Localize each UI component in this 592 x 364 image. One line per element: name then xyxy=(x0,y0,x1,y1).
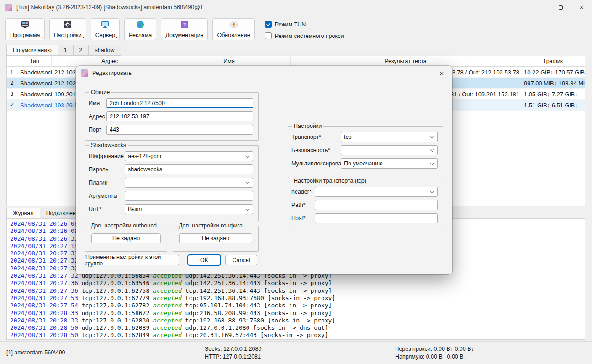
log-line: 2024/08/31 20:28:50 tcp:127.0.0.1:62849 … xyxy=(10,332,581,339)
config-extra-title: Доп. настройки конфига xyxy=(177,222,244,229)
group-tab-default[interactable]: По умолчанию xyxy=(6,45,58,56)
port-label: Порт xyxy=(89,127,106,133)
header-combo[interactable] xyxy=(315,187,438,197)
transport-settings-groupbox: Настройки транспорта (tcp) header* Path*… xyxy=(288,181,443,228)
transport-settings-groupbox-title: Настройки транспорта (tcp) xyxy=(292,178,368,185)
group-tab-2[interactable]: 2 xyxy=(74,45,89,56)
program-icon xyxy=(21,21,29,31)
chevron-down-icon xyxy=(430,148,434,152)
window-titlebar[interactable]: [Tun] NekoRay (3.26-2023-12-09) [Shadows… xyxy=(0,0,592,15)
log-line: 2024/08/31 20:27:54 tcp:127.0.0.1:62782 … xyxy=(10,302,581,309)
outbound-extra-button[interactable]: Не задано xyxy=(91,233,161,243)
name-label: Имя xyxy=(89,100,106,106)
traffic-stats: Через прокси: 0.00 B↑ 0.00 B↓ Напрямую: … xyxy=(395,345,474,360)
server-icon xyxy=(101,21,109,31)
header-corner xyxy=(7,56,17,67)
toolbar-button-ads[interactable]: Реклама xyxy=(124,18,156,40)
cell-traffic: 1.05 GiB↑ 7.27 GiB↓ xyxy=(521,91,585,98)
group-tab-shadow[interactable]: shadow xyxy=(89,45,121,56)
chevron-down-icon xyxy=(430,135,434,138)
window-title: [Tun] NekoRay (3.26-2023-12-09) [Shadows… xyxy=(16,4,203,11)
maximize-icon xyxy=(559,5,563,10)
plugin-combo[interactable] xyxy=(125,178,253,188)
name-input[interactable] xyxy=(106,98,253,108)
dialog-title: Редактировать xyxy=(92,70,132,76)
column-header-test-result[interactable]: Результат теста xyxy=(291,56,521,67)
tun-mode-checkbox[interactable]: Режим TUN xyxy=(265,21,344,28)
path-label: Path* xyxy=(291,202,315,208)
password-label: Пароль xyxy=(89,166,125,173)
host-label: Host* xyxy=(291,215,315,222)
transport-label: Транспорт* xyxy=(291,134,341,140)
column-header-address[interactable]: Адрес xyxy=(52,56,168,67)
log-line: 2024/08/31 20:27:36 udp:127.0.0.1:63546 … xyxy=(10,280,581,287)
port-input[interactable] xyxy=(106,125,253,135)
settings-groupbox-title: Настройки xyxy=(292,123,323,130)
host-input[interactable] xyxy=(315,213,438,223)
toolbar-button-program[interactable]: Программа xyxy=(5,18,45,40)
encryption-label: Шифрование xyxy=(89,153,125,159)
dialog-close-button[interactable]: × xyxy=(431,66,452,80)
toolbar-button-settings[interactable]: Настройки xyxy=(49,18,86,40)
encryption-combo[interactable]: aes-128-gcm xyxy=(125,151,253,161)
settings-icon xyxy=(63,21,72,31)
log-line: 2024/08/31 20:27:36 tcp:127.0.0.1:62758 … xyxy=(10,287,581,295)
shadowsocks-groupbox-title: Shadowsocks xyxy=(89,142,128,149)
column-header-traffic[interactable]: Трафик xyxy=(521,56,585,67)
tun-mode-label: Режим TUN xyxy=(275,21,306,28)
cell-traffic: 1.51 GiB↑ 6.51 GiB↓ xyxy=(521,102,585,109)
http-address: HTTP: 127.0.0.1:2081 xyxy=(205,353,261,361)
apply-to-group-button[interactable]: Применить настройки к этой группе xyxy=(85,255,179,265)
password-input[interactable] xyxy=(125,164,253,174)
group-tab-1[interactable]: 1 xyxy=(58,45,74,56)
cell-type: Shadowsocks xyxy=(17,80,52,87)
tab-log[interactable]: Журнал xyxy=(6,208,40,218)
checkbox-unchecked-icon xyxy=(265,32,272,39)
row-number-check: ✓ xyxy=(7,100,17,111)
address-input[interactable] xyxy=(106,111,253,121)
minimize-button[interactable]: – xyxy=(529,0,550,15)
log-line: 2024/08/31 20:28:50 udp:127.0.0.1:62089 … xyxy=(10,324,581,332)
security-label: Безопасность* xyxy=(291,147,341,153)
arguments-input[interactable] xyxy=(125,191,253,201)
log-line: 2024/08/31 20:28:33 tcp:127.0.0.1:62830 … xyxy=(10,317,581,324)
outbound-extra-groupbox: Доп. настройки outbound Не задано xyxy=(85,226,167,252)
toolbar-button-server[interactable]: Сервер xyxy=(91,18,120,40)
column-header-type[interactable]: Тип xyxy=(17,56,52,67)
general-groupbox-title: Общие xyxy=(89,89,111,96)
multiplexing-combo[interactable]: По умолчанию xyxy=(341,158,438,169)
toolbar: Программа Настройки Сервер Реклама ? Док… xyxy=(0,15,592,45)
close-button[interactable]: × xyxy=(571,0,592,15)
row-number: 2 xyxy=(7,78,17,89)
cell-type: Shadowsocks xyxy=(17,91,52,98)
dialog-titlebar[interactable]: Редактировать × xyxy=(76,66,452,80)
cell-traffic: 10.22 GiB↑ 170.57 GiB↓ xyxy=(521,69,585,76)
security-combo[interactable] xyxy=(341,145,438,155)
minimize-icon: – xyxy=(538,4,541,11)
dropdown-arrow-icon xyxy=(41,37,43,38)
general-groupbox: Общие Имя Адрес Порт xyxy=(85,92,259,141)
transport-combo[interactable]: tcp xyxy=(341,132,438,142)
close-icon: × xyxy=(440,69,444,77)
app-icon xyxy=(5,4,12,11)
toolbar-button-update[interactable]: Обновление xyxy=(212,18,254,40)
socks-address: Socks: 127.0.0.1:2080 xyxy=(205,345,261,353)
ok-button[interactable]: OK xyxy=(187,254,221,266)
column-header-name[interactable]: Имя xyxy=(168,56,291,67)
via-proxy-traffic: Через прокси: 0.00 B↑ 0.00 B↓ xyxy=(395,345,474,353)
log-line: 2024/08/31 20:28:33 udp:127.0.0.1:58672 … xyxy=(10,310,581,317)
system-proxy-checkbox[interactable]: Режим системного прокси xyxy=(265,32,344,39)
uot-combo[interactable]: Выкл xyxy=(125,204,253,214)
maximize-button[interactable] xyxy=(550,0,571,15)
dropdown-arrow-icon xyxy=(116,37,118,38)
toolbar-button-docs[interactable]: ? Документация xyxy=(161,18,208,40)
window-controls: – × xyxy=(529,0,592,15)
server-table-header: Тип Адрес Имя Результат теста Трафик xyxy=(7,56,585,67)
globe-icon xyxy=(136,21,144,31)
path-input[interactable] xyxy=(315,200,438,210)
chevron-down-icon xyxy=(430,161,434,165)
config-extra-button[interactable]: Не задано xyxy=(179,233,252,243)
chevron-down-icon xyxy=(430,190,434,193)
plugin-label: Плагин xyxy=(89,179,125,186)
cancel-button[interactable]: Cancel xyxy=(225,255,257,265)
